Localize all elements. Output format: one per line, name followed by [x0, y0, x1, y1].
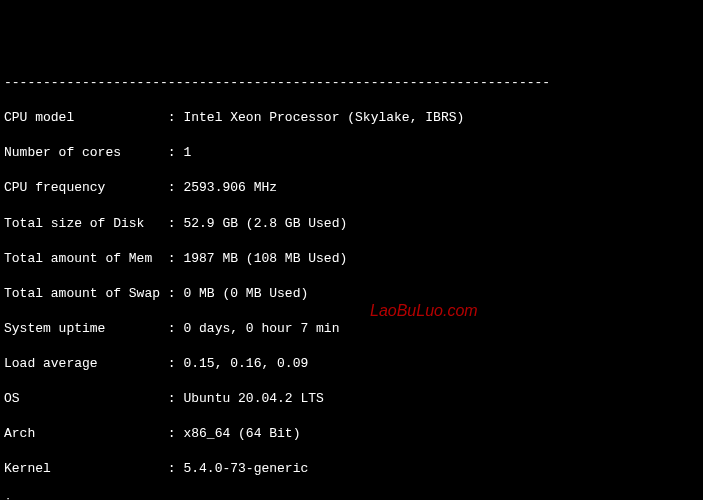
watermark-text: LaoBuLuo.com — [370, 300, 478, 322]
sysinfo-value: 1 — [183, 145, 191, 160]
sysinfo-label: Total amount of Mem — [4, 251, 168, 266]
sysinfo-label: Number of cores — [4, 145, 168, 160]
sysinfo-value: 1987 MB (108 MB Used) — [183, 251, 347, 266]
sysinfo-value: 5.4.0-73-generic — [183, 461, 308, 476]
sysinfo-value: 0 MB (0 MB Used) — [183, 286, 308, 301]
sysinfo-row: CPU model : Intel Xeon Processor (Skylak… — [4, 109, 699, 127]
sysinfo-row: Kernel : 5.4.0-73-generic — [4, 460, 699, 478]
sysinfo-label: System uptime — [4, 321, 168, 336]
sysinfo-row: ip : — [4, 495, 699, 500]
sysinfo-value: 52.9 GB (2.8 GB Used) — [183, 216, 347, 231]
sysinfo-label: Total size of Disk — [4, 216, 168, 231]
sysinfo-row: Arch : x86_64 (64 Bit) — [4, 425, 699, 443]
sysinfo-row: Total amount of Mem : 1987 MB (108 MB Us… — [4, 250, 699, 268]
sysinfo-value: 0.15, 0.16, 0.09 — [183, 356, 308, 371]
sysinfo-value: Intel Xeon Processor (Skylake, IBRS) — [183, 110, 464, 125]
sysinfo-row: OS : Ubuntu 20.04.2 LTS — [4, 390, 699, 408]
sysinfo-label: Load average — [4, 356, 168, 371]
sysinfo-value: Ubuntu 20.04.2 LTS — [183, 391, 323, 406]
sysinfo-row: Load average : 0.15, 0.16, 0.09 — [4, 355, 699, 373]
sysinfo-value: x86_64 (64 Bit) — [183, 426, 300, 441]
sysinfo-label: Arch — [4, 426, 168, 441]
sysinfo-row: Number of cores : 1 — [4, 144, 699, 162]
sysinfo-label: Total amount of Swap — [4, 286, 168, 301]
sysinfo-label: ip — [4, 496, 168, 500]
divider-top: ----------------------------------------… — [4, 74, 699, 92]
sysinfo-row: CPU frequency : 2593.906 MHz — [4, 179, 699, 197]
sysinfo-row: Total amount of Swap : 0 MB (0 MB Used) — [4, 285, 699, 303]
sysinfo-label: Kernel — [4, 461, 168, 476]
sysinfo-row: Total size of Disk : 52.9 GB (2.8 GB Use… — [4, 215, 699, 233]
sysinfo-value: 0 days, 0 hour 7 min — [183, 321, 339, 336]
sysinfo-row: System uptime : 0 days, 0 hour 7 min — [4, 320, 699, 338]
sysinfo-label: CPU frequency — [4, 180, 168, 195]
sysinfo-label: OS — [4, 391, 168, 406]
sysinfo-label: CPU model — [4, 110, 168, 125]
sysinfo-value: 2593.906 MHz — [183, 180, 277, 195]
